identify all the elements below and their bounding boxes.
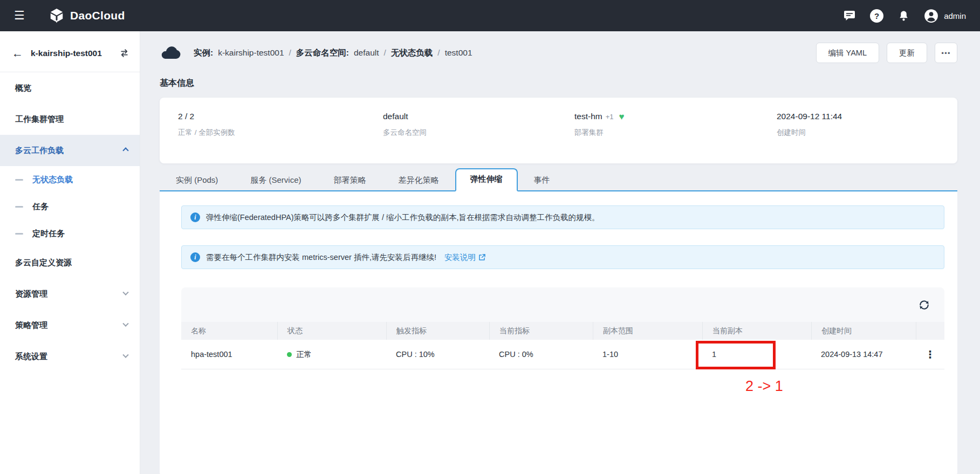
daocloud-logo-icon [49,8,65,24]
sidebar-item-label: 多云工作负载 [15,146,64,156]
sidebar-item-stateless-workloads[interactable]: 无状态负载 [0,166,140,193]
col-trigger: 触发指标 [386,322,489,340]
brand-name: DaoCloud [70,9,125,22]
health-heart-icon: ♥ [619,112,625,121]
update-button[interactable]: 更新 [887,43,927,63]
sidebar-item-jobs[interactable]: 任务 [0,193,140,220]
dash-icon [15,206,23,208]
notification-bell-icon[interactable] [897,10,910,22]
sidebar-item-system-settings[interactable]: 系统设置 [0,341,140,372]
refresh-icon[interactable] [918,299,930,311]
cluster-name: k-kairship-test001 [31,49,102,58]
breadcrumb-separator: / [384,48,386,58]
sidebar-item-label: 概览 [15,83,31,93]
sidebar-item-label: 资源管理 [15,289,47,299]
cloud-icon [160,45,181,60]
col-status: 状态 [277,322,386,340]
help-icon[interactable]: ? [870,9,883,23]
table-header: 名称 状态 触发指标 当前指标 副本范围 当前副本 创建时间 [181,322,944,340]
sidebar-item-label: 多云自定义资源 [15,258,72,268]
chevron-down-icon [122,290,128,296]
sidebar-item-multicloud-workloads[interactable]: 多云工作负载 [0,135,140,166]
col-actions [916,322,944,340]
annotation-text: 2 -> 1 [745,378,944,395]
alert-text: 弹性伸缩(FederatedHPA)策略可以跨多个集群扩展 / 缩小工作负载的副… [206,212,600,223]
tab-pods[interactable]: 实例 (Pods) [160,170,234,190]
field-label: 正常 / 全部实例数 [178,128,383,138]
cluster-value: test-hm [574,112,602,121]
col-replicas: 当前副本 [702,322,811,340]
external-link-icon [478,253,486,261]
cluster-extra-count[interactable]: +1 [606,113,614,121]
switch-cluster-icon[interactable] [120,49,129,58]
field-label: 部署集群 [574,128,777,138]
breadcrumb-workload-name: test001 [445,48,472,58]
field-label: 多云命名空间 [383,128,574,138]
sidebar-item-overview[interactable]: 概览 [0,72,140,104]
info-alert-hpa: i 弹性伸缩(FederatedHPA)策略可以跨多个集群扩展 / 缩小工作负载… [181,205,944,229]
tab-autoscaling[interactable]: 弹性伸缩 [455,168,518,191]
tab-override-policy[interactable]: 差异化策略 [382,170,455,190]
sidebar-item-label: 定时任务 [32,229,65,239]
chevron-down-icon [122,321,128,327]
hamburger-menu-icon[interactable]: ☰ [14,9,30,23]
cell-current-replicas: 1 [702,350,811,359]
basic-info-card: 2 / 2 正常 / 全部实例数 default 多云命名空间 test-hm … [160,98,957,163]
breadcrumb-workload-type[interactable]: 无状态负载 [391,47,433,59]
basic-info-title: 基本信息 [160,78,980,89]
install-guide-link[interactable]: 安装说明 [444,252,486,263]
sidebar-item-policy-management[interactable]: 策略管理 [0,310,140,341]
chat-icon[interactable] [843,9,856,22]
sidebar-item-label: 工作集群管理 [15,114,64,125]
tab-bar: 实例 (Pods) 服务 (Service) 部署策略 差异化策略 弹性伸缩 事… [160,170,957,191]
cell-status: 正常 [277,349,386,360]
sidebar-item-resource-management[interactable]: 资源管理 [0,278,140,310]
field-value: 2 / 2 [178,112,383,121]
col-range: 副本范围 [593,322,702,340]
user-menu[interactable]: admin [924,9,966,23]
cell-current: CPU : 0% [489,350,593,359]
table-row: hpa-test001 正常 CPU : 10% CPU : 0% 1-10 1… [181,340,944,369]
field-value: default [383,112,574,121]
status-dot-icon [287,352,292,357]
more-actions-button[interactable]: ⋯ [935,43,957,63]
col-current: 当前指标 [489,322,593,340]
tab-panel: i 弹性伸缩(FederatedHPA)策略可以跨多个集群扩展 / 缩小工作负载… [160,191,957,474]
install-guide-link-text: 安装说明 [444,252,476,263]
breadcrumb-namespace-label: 多云命名空间: [296,47,349,59]
col-created: 创建时间 [811,322,916,340]
sidebar-item-worker-clusters[interactable]: 工作集群管理 [0,104,140,135]
back-arrow-icon[interactable]: ← [12,47,23,59]
sidebar-item-custom-resources[interactable]: 多云自定义资源 [0,247,140,278]
sidebar-item-cronjobs[interactable]: 定时任务 [0,220,140,247]
sidebar-item-label: 系统设置 [15,352,47,362]
tab-events[interactable]: 事件 [518,170,566,190]
sidebar-item-label: 任务 [32,202,49,212]
info-field-clusters: test-hm +1 ♥ 部署集群 [574,112,777,138]
info-icon: i [190,252,200,262]
chevron-up-icon [122,147,128,153]
username: admin [944,11,966,20]
breadcrumb-instance-value[interactable]: k-kairship-test001 [218,48,284,58]
sidebar-item-label: 无状态负载 [32,175,73,185]
cell-name[interactable]: hpa-test001 [181,350,277,359]
breadcrumb-namespace-value[interactable]: default [354,48,379,58]
info-field-created: 2024-09-12 11:44 创建时间 [777,112,957,138]
info-alert-metrics-server: i 需要在每个工作集群内安装 metrics-server 插件,请先安装后再继… [181,245,944,269]
info-field-namespace: default 多云命名空间 [383,112,574,138]
tab-service[interactable]: 服务 (Service) [234,170,317,190]
tab-deploy-policy[interactable]: 部署策略 [318,170,382,190]
top-navbar: ☰ DaoCloud ? [0,0,980,31]
row-kebab-menu-icon[interactable]: ⋮ [925,349,935,360]
info-icon: i [190,212,200,222]
cell-trigger: CPU : 10% [386,350,489,359]
field-value: 2024-09-12 11:44 [777,112,957,121]
avatar-icon [924,9,938,23]
field-label: 创建时间 [777,128,957,138]
table-toolbar [181,287,944,322]
dash-icon [15,179,23,181]
sidebar-item-label: 策略管理 [15,320,47,331]
info-field-replicas: 2 / 2 正常 / 全部实例数 [178,112,383,138]
edit-yaml-button[interactable]: 编辑 YAML [816,43,879,63]
breadcrumb-separator: / [437,48,440,58]
